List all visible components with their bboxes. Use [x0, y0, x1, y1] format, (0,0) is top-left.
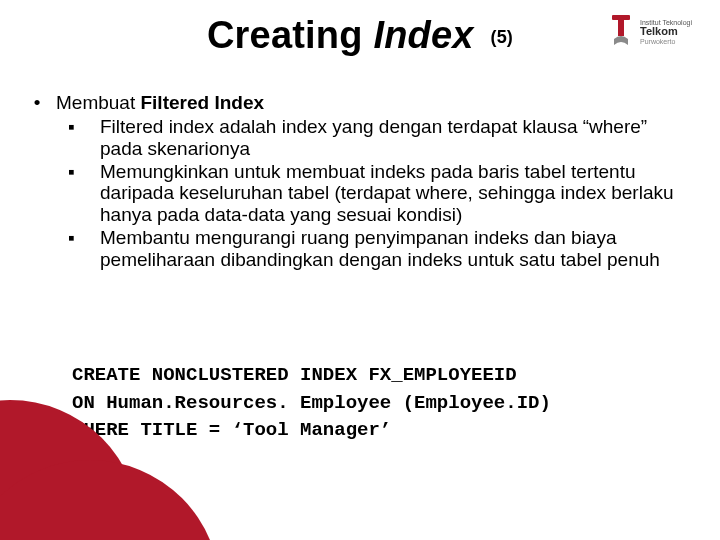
code-line-2: ON Human.Resources. Employee (Employee.I…	[72, 392, 551, 414]
bullet-level1-text: Membuat Filtered Index	[56, 92, 264, 114]
title-word2: Index	[373, 14, 473, 56]
decorative-red-circle	[0, 460, 220, 540]
bullet-level1-emph: Filtered Index	[140, 92, 264, 113]
code-line-3: WHERE TITLE = ‘Tool Manager’	[72, 419, 391, 441]
code-line-1: CREATE NONCLUSTERED INDEX FX_EMPLOYEEID	[72, 364, 517, 386]
sql-code-block: CREATE NONCLUSTERED INDEX FX_EMPLOYEEID …	[72, 362, 660, 445]
bullet-item-2: Membantu mengurangi ruang penyimpanan in…	[100, 227, 686, 271]
bullet-item-1: Memungkinkan untuk membuat indeks pada b…	[100, 161, 686, 227]
title-sub: (5)	[490, 27, 513, 47]
content-area: • Membuat Filtered Index ▪ Filtered inde…	[32, 92, 686, 271]
bullet-square-icon: ▪	[68, 161, 78, 227]
bullet-square-icon: ▪	[68, 116, 78, 160]
bullet-item-0: Filtered index adalah index yang dengan …	[100, 116, 686, 160]
title-word1: Creating	[207, 14, 363, 56]
bullet-level2: ▪ Membantu mengurangi ruang penyimpanan …	[68, 227, 686, 271]
bullet-level2: ▪ Memungkinkan untuk membuat indeks pada…	[68, 161, 686, 227]
bullet-level1: • Membuat Filtered Index	[32, 92, 686, 114]
slide: Institut Teknologi Telkom Purwokerto Cre…	[0, 0, 720, 540]
bullet-level1-prefix: Membuat	[56, 92, 140, 113]
bullet-level2: ▪ Filtered index adalah index yang denga…	[68, 116, 686, 160]
bullet-dot-icon: •	[32, 92, 42, 114]
slide-title: Creating Index (5)	[0, 14, 720, 57]
bullet-square-icon: ▪	[68, 227, 78, 271]
